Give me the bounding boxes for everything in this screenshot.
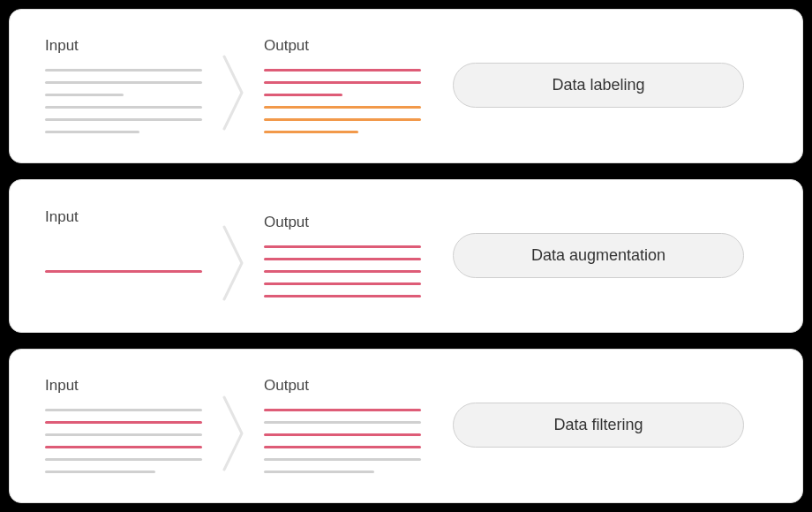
data-line [264, 433, 421, 436]
data-line [45, 433, 202, 436]
data-line [45, 270, 202, 273]
data-line [264, 106, 421, 109]
data-line [264, 94, 342, 96]
panel-data-filtering: Input Output Data filtering [9, 349, 803, 503]
data-line [264, 245, 421, 248]
data-line [264, 295, 421, 297]
input-column: Input [45, 37, 202, 133]
data-line [264, 458, 421, 461]
data-line [264, 282, 421, 285]
input-lines [45, 409, 202, 473]
data-line [45, 458, 202, 461]
data-line [264, 409, 421, 411]
panel-data-augmentation: Input Output Data augmentation [9, 179, 803, 334]
data-line [45, 81, 202, 84]
data-line [264, 446, 421, 448]
data-line [264, 69, 421, 72]
pill-data-augmentation: Data augmentation [453, 233, 744, 278]
panel-data-labeling: Input Output Data labeling [9, 9, 803, 163]
input-column: Input [45, 377, 202, 473]
input-lines [45, 240, 202, 302]
input-label: Input [45, 208, 202, 226]
output-column: Output [264, 37, 421, 133]
data-line [45, 446, 202, 448]
output-column: Output [264, 377, 421, 473]
data-line [45, 106, 202, 109]
data-line [45, 118, 202, 121]
chevron-right-icon [202, 369, 264, 481]
data-line [264, 258, 421, 260]
data-line [264, 471, 374, 473]
chevron-right-icon [202, 29, 264, 141]
data-line [264, 81, 421, 84]
input-lines [45, 69, 202, 133]
data-line [264, 421, 421, 424]
data-line [264, 118, 421, 121]
input-label: Input [45, 377, 202, 395]
output-column: Output [264, 214, 421, 297]
data-line [45, 94, 124, 96]
output-lines [264, 409, 421, 473]
data-line [45, 69, 202, 72]
pill-data-labeling: Data labeling [453, 63, 744, 108]
output-label: Output [264, 377, 421, 395]
input-column: Input [45, 208, 202, 302]
data-line [45, 409, 202, 411]
data-line [45, 421, 202, 424]
data-line [45, 471, 155, 473]
output-lines [264, 245, 421, 297]
input-label: Input [45, 37, 202, 55]
chevron-right-icon [202, 200, 264, 312]
output-lines [264, 69, 421, 133]
pill-data-filtering: Data filtering [453, 403, 744, 448]
data-line [264, 270, 421, 273]
data-line [264, 131, 358, 133]
output-label: Output [264, 214, 421, 231]
data-line [45, 131, 139, 133]
output-label: Output [264, 37, 421, 55]
